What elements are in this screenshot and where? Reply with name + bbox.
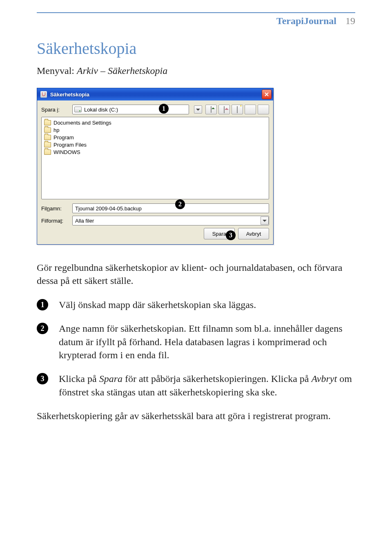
close-icon[interactable] <box>262 89 272 99</box>
list-item[interactable]: hp <box>44 126 266 134</box>
new-folder-icon <box>237 107 238 113</box>
save-in-label: Spara i: <box>41 107 69 113</box>
header-rule <box>37 12 355 13</box>
folder-icon <box>44 135 51 140</box>
section-heading: Säkerhetskopia <box>37 39 355 58</box>
save-in-combo[interactable]: Lokal disk (C:) <box>72 105 189 114</box>
cancel-button[interactable]: Avbryt <box>238 228 269 239</box>
java-cup-icon <box>40 91 47 98</box>
home-icon <box>224 107 225 113</box>
list-item[interactable]: Program Files <box>44 141 266 148</box>
filename-value: Tjournal 2009-04-05.backup <box>75 205 142 212</box>
menu-path-label: Menyval: <box>37 65 77 76</box>
dialog-titlebar: Säkerhetskopia <box>37 88 273 100</box>
header-title: TerapiJournal <box>276 16 336 26</box>
up-folder-button[interactable] <box>205 105 217 114</box>
folder-icon <box>44 120 51 125</box>
list-item[interactable]: Documents and Settings <box>44 119 266 126</box>
save-in-value: Lokal disk (C:) <box>84 107 187 113</box>
combo-dropdown-button[interactable] <box>194 105 202 114</box>
up-folder-icon <box>211 107 212 113</box>
step-list: 1 Välj önskad mapp där säkerhetskopian s… <box>37 298 355 399</box>
chevron-down-icon[interactable] <box>261 217 269 225</box>
header-page-number: 19 <box>345 16 355 26</box>
dialog-title: Säkerhetskopia <box>50 92 262 98</box>
list-view-button[interactable] <box>245 105 256 114</box>
footer-note: Säkerhetskopiering går av säkerhetsskäl … <box>37 409 355 422</box>
step-bullet-2: 2 <box>37 323 48 334</box>
fileformat-combo[interactable]: Alla filer <box>72 216 269 225</box>
filename-input[interactable]: Tjournal 2009-04-05.backup <box>72 203 269 213</box>
details-view-button[interactable] <box>258 105 269 114</box>
fileformat-label: Filformat: <box>41 218 69 224</box>
intro-paragraph: Gör regelbundna säkerhetskopior av klien… <box>37 261 355 288</box>
new-folder-button[interactable] <box>232 105 243 114</box>
step-bullet-3: 3 <box>37 373 48 384</box>
folder-icon <box>44 142 51 147</box>
callout-badge-3: 3 <box>226 230 236 240</box>
home-button[interactable] <box>218 105 230 114</box>
folder-icon <box>44 150 51 155</box>
list-item[interactable]: Program <box>44 134 266 141</box>
fileformat-value: Alla filer <box>75 218 261 224</box>
menu-path: Menyval: Arkiv – Säkerhetskopia <box>37 65 355 76</box>
drive-icon <box>74 107 82 112</box>
list-item[interactable]: WINDOWS <box>44 148 266 156</box>
folder-listbox[interactable]: Documents and Settings hp Program Progra… <box>41 117 269 199</box>
filename-label: Filnamn: <box>41 205 69 212</box>
menu-path-value: Arkiv – Säkerhetskopia <box>77 65 167 76</box>
save-dialog: Säkerhetskopia Spara i: Lokal disk (C:) <box>37 88 274 245</box>
step-text-2: Ange namn för säkerhetskopian. Ett filna… <box>59 322 355 362</box>
callout-badge-2: 2 <box>175 199 185 209</box>
dialog-body: Spara i: Lokal disk (C:) Documents and S… <box>37 100 273 244</box>
page-header: TerapiJournal 19 <box>37 16 355 27</box>
callout-badge-1: 1 <box>159 104 169 114</box>
step-text-3: Klicka på Spara för att påbörja säkerhet… <box>59 372 355 399</box>
step-bullet-1: 1 <box>37 299 48 310</box>
folder-icon <box>44 127 51 133</box>
step-text-1: Välj önskad mapp där säkerhetskopian ska… <box>59 298 256 311</box>
